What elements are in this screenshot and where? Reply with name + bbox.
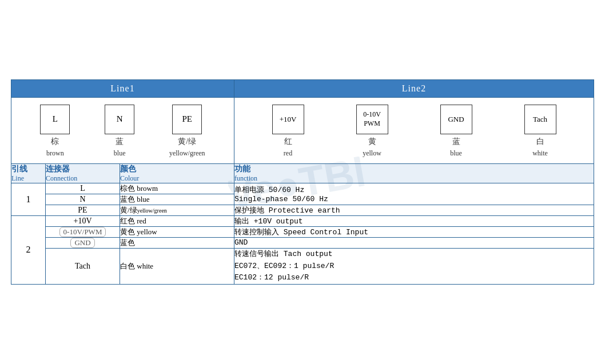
colour-plus10V: 红色 red — [120, 215, 234, 226]
label-cn-N: 蓝 — [116, 137, 124, 147]
label-cn-Tach: 白 — [536, 137, 544, 147]
line2-connector-10V: +10V 红 red — [272, 105, 304, 158]
func-tach: 转速信号输出 Tach output EC072、EC092：1 pulse/R… — [234, 248, 594, 284]
func-L-N: 单相电源 50/60 HzSingle-phase 50/60 Hz — [234, 183, 594, 205]
line2-connector-GND: GND 蓝 blue — [440, 105, 472, 158]
colour-N: 蓝色 blue — [120, 194, 234, 205]
label-en-GND: blue — [450, 149, 462, 158]
table-row: PE 黄/绿yellow/green 保护接地 Protective earth — [11, 205, 594, 215]
conn-gnd-box: GND — [70, 238, 94, 248]
label-cn-PE: 黄/绿 — [178, 137, 196, 147]
label-en-Tach: white — [532, 149, 548, 158]
conn-PE: PE — [46, 205, 120, 215]
table-row: GND 蓝色 GND — [11, 237, 594, 248]
line2-num: 2 — [11, 215, 46, 284]
header-row: Line1 Line2 — [11, 79, 594, 97]
line1-num: 1 — [11, 183, 46, 215]
label-en-N: blue — [114, 149, 126, 158]
col-connection: 连接器 Connection — [46, 163, 120, 183]
line2-connector-PWM: 0-10VPWM 黄 yellow — [356, 105, 388, 158]
label-cn-GND: 蓝 — [452, 137, 460, 147]
table-row: Tach 白色 white 转速信号输出 Tach output EC072、E… — [11, 248, 594, 284]
label-cn-PWM: 黄 — [368, 137, 376, 147]
conn-plus10V: +10V — [46, 215, 120, 226]
outer-table: Line1 Line2 L 棕 brown N 蓝 — [11, 79, 594, 285]
func-pwm: 转速控制输入 Speed Control Input — [234, 226, 594, 237]
conn-tach: Tach — [46, 248, 120, 284]
line1-connector-N: N 蓝 blue — [105, 105, 134, 158]
connector-box-PWM: 0-10VPWM — [356, 105, 388, 134]
func-PE: 保护接地 Protective earth — [234, 205, 594, 215]
connector-box-N: N — [105, 105, 134, 134]
col-line: 引线 Line — [11, 163, 46, 183]
col-colour: 颜色 Colour — [120, 163, 234, 183]
line2-diagram-inner: +10V 红 red 0-10VPWM 黄 yellow GND 蓝 b — [234, 105, 594, 158]
func-gnd: GND — [234, 237, 594, 248]
line1-connector-PE: PE 黄/绿 yellow/green — [169, 105, 205, 158]
table-row: 0-10V/PWM 黄色 yellow 转速控制输入 Speed Control… — [11, 226, 594, 237]
label-en-PE: yellow/green — [169, 149, 205, 158]
func-plus10V: 输出 +10V output — [234, 215, 594, 226]
connector-box-GND: GND — [440, 105, 472, 134]
line2-connector-Tach: Tach 白 white — [524, 105, 556, 158]
conn-pwm-box: 0-10V/PWM — [59, 227, 106, 237]
connector-box-Tach: Tach — [524, 105, 556, 134]
line2-header: Line2 — [234, 79, 594, 97]
conn-gnd: GND — [46, 237, 120, 248]
main-wrapper: Ve●TBl Line1 Line2 L 棕 brown — [11, 79, 594, 285]
table-row: 2 +10V 红色 red 输出 +10V output — [11, 215, 594, 226]
line1-connector-L: L 棕 brown — [40, 105, 70, 158]
colour-pwm: 黄色 yellow — [120, 226, 234, 237]
col-function: 功能 function — [234, 163, 594, 183]
conn-pwm: 0-10V/PWM — [46, 226, 120, 237]
colour-L: 棕色 browm — [120, 183, 234, 194]
line1-diagram-inner: L 棕 brown N 蓝 blue PE 黄/绿 yellow/gre — [11, 105, 234, 158]
label-en-L: brown — [46, 149, 64, 158]
colour-tach: 白色 white — [120, 248, 234, 284]
label-en-PWM: yellow — [363, 149, 381, 158]
label-en-10V: red — [284, 149, 292, 158]
line2-diagram-cell: +10V 红 red 0-10VPWM 黄 yellow GND 蓝 b — [234, 97, 594, 163]
diagram-row: L 棕 brown N 蓝 blue PE 黄/绿 yellow/gre — [11, 97, 594, 163]
colour-PE: 黄/绿yellow/green — [120, 205, 234, 215]
label-cn-10V: 红 — [284, 137, 292, 147]
connector-box-10V: +10V — [272, 105, 304, 134]
line1-diagram-cell: L 棕 brown N 蓝 blue PE 黄/绿 yellow/gre — [11, 97, 234, 163]
label-cn-L: 棕 — [51, 137, 59, 147]
connector-box-PE: PE — [172, 105, 202, 134]
colour-gnd: 蓝色 — [120, 237, 234, 248]
connector-box-L: L — [40, 105, 70, 134]
table-row: 1 L 棕色 browm 单相电源 50/60 HzSingle-phase 5… — [11, 183, 594, 194]
conn-N: N — [46, 194, 120, 205]
column-headers-row: 引线 Line 连接器 Connection 颜色 Colour 功能 func… — [11, 163, 594, 183]
conn-L: L — [46, 183, 120, 194]
line1-header: Line1 — [11, 79, 234, 97]
